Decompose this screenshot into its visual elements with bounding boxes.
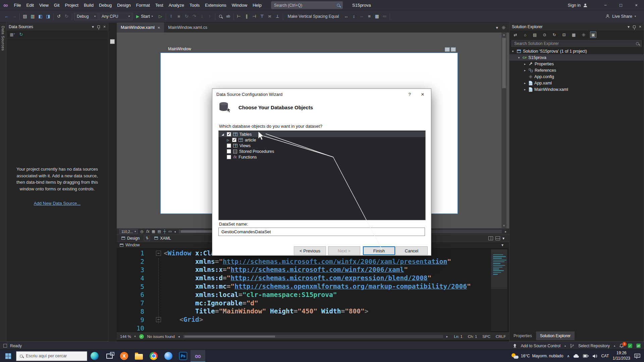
solution-item-app-xaml[interactable]: ▸App.xaml (509, 80, 644, 86)
designer-grid-toggle-icon[interactable] (451, 47, 456, 52)
scrollbar-thumb[interactable] (184, 336, 275, 338)
server-status-icon[interactable]: ⇄ (636, 344, 641, 348)
code-line[interactable]: 5 xmlns:mc="http://schemas.openxmlformat… (117, 282, 509, 291)
tab-settings-gear-icon[interactable] (501, 25, 506, 30)
vertical-spacing-icon[interactable]: ↕ (350, 12, 358, 20)
db-object-row-functions[interactable]: fxFunctions (219, 154, 425, 160)
maximize-button[interactable]: □ (613, 0, 629, 10)
splitter-handle[interactable] (110, 39, 115, 44)
open-file-icon[interactable]: ▥ (29, 12, 37, 20)
code-line[interactable]: 2 xmlns="http://schemas.microsoft.com/wi… (117, 257, 509, 266)
align-rights-icon[interactable]: ⊣ (251, 12, 258, 20)
filter-pending-icon[interactable]: ⊙ (541, 32, 548, 38)
bullets-icon[interactable]: ≔ (381, 12, 388, 20)
xaml-code-editor[interactable]: 1−<Window x:Cla2 xmlns="http://schemas.m… (117, 248, 509, 333)
properties-page-icon[interactable] (580, 32, 587, 38)
cancel-button[interactable]: Cancel (395, 246, 428, 255)
code-line[interactable]: 10 (117, 324, 509, 332)
step-into-icon[interactable]: ↓ (198, 12, 206, 20)
tree-expanded-icon[interactable]: ◢ (221, 133, 225, 136)
chevron-down-icon[interactable]: ▾ (628, 24, 630, 29)
menu-tools[interactable]: Tools (187, 0, 202, 10)
taskbar-search[interactable]: Escriu aquí per cercar (16, 351, 87, 361)
code-line[interactable]: 9− <Grid> (117, 315, 509, 324)
add-to-source-control-button[interactable]: Add to Source Control (521, 344, 560, 348)
checkbox-stored-procedures[interactable] (227, 149, 231, 154)
run-outline-icon[interactable]: ▷ (157, 12, 164, 20)
close-panel-icon[interactable]: × (639, 24, 641, 29)
code-line[interactable]: 7 mc:Ignorable="d" (117, 299, 509, 307)
designer-zoom-select[interactable]: 110,2... ▾ (119, 229, 138, 234)
redo-icon[interactable]: ↻ (63, 12, 70, 20)
chevron-down-icon[interactable]: ▾ (135, 335, 136, 338)
home-icon[interactable]: ⌂ (522, 32, 528, 38)
restart-icon[interactable]: ↻ (183, 12, 191, 20)
menu-extensions[interactable]: Extensions (202, 0, 229, 10)
issues-label[interactable]: No issues found (147, 335, 175, 339)
solution-search-box[interactable]: Search Solution Explorer (512, 40, 642, 47)
clock[interactable]: 19:26 1/11/2023 (613, 351, 631, 361)
editor-zoom-value[interactable]: 144 % (120, 335, 131, 339)
tool-tab-solution-explorer[interactable]: Solution Explorer (536, 331, 575, 340)
step-out-icon[interactable]: ↑ (206, 12, 214, 20)
menu-debug[interactable]: Debug (96, 0, 114, 10)
effects-icon[interactable]: fx (146, 229, 149, 234)
tool-tab-properties[interactable]: Properties (509, 331, 536, 340)
add-new-data-source-icon[interactable]: ▦+ (10, 32, 15, 37)
scroll-right-icon[interactable]: ▸ (446, 335, 448, 338)
minimize-button[interactable]: − (598, 0, 613, 10)
new-project-icon[interactable]: ▤ (21, 12, 29, 20)
dataset-name-input[interactable]: GestioComandesDataSet (218, 228, 425, 236)
finish-button[interactable]: Finish (363, 246, 395, 255)
solution-item-mainwindow-xaml[interactable]: ▸MainWindow.xaml (509, 86, 644, 93)
scroll-down-icon[interactable]: ▼ (501, 224, 506, 228)
align-lefts-icon[interactable]: ⊢ (235, 12, 243, 20)
debug-target-select[interactable]: Debug▾ (74, 13, 98, 20)
code-line[interactable]: 4 xmlns:d="http://schemas.microsoft.com/… (117, 274, 509, 282)
taskbar-app-photoshop[interactable]: Ps (176, 350, 191, 362)
menu-view[interactable]: View (37, 0, 51, 10)
taskbar-app-chrome[interactable] (146, 350, 161, 362)
solution-item-app-config[interactable]: App.config (509, 73, 644, 80)
taskbar-app-edge[interactable] (87, 350, 102, 362)
menu-format[interactable]: Format (133, 0, 153, 10)
expand-pane-icon[interactable]: ▾ (502, 236, 504, 241)
checkbox-article[interactable] (232, 138, 236, 142)
start-button[interactable] (0, 350, 16, 362)
live-share-button[interactable]: Live Share ▾ (605, 14, 636, 19)
connection-status-icon[interactable]: ✓ (628, 344, 632, 348)
db-object-row-tables[interactable]: ◢Tables (219, 131, 425, 137)
solution-item-properties[interactable]: ▸Properties (509, 61, 644, 67)
taskbar-app-browser[interactable] (161, 350, 176, 362)
nav-forward-icon[interactable]: → (10, 12, 18, 20)
pause-icon[interactable]: ‖ (167, 12, 175, 20)
align-bottoms-icon[interactable]: ⊥ (274, 12, 281, 20)
code-search-icon[interactable] (217, 12, 224, 20)
dialog-close-icon[interactable]: × (421, 92, 424, 97)
solution-explorer-header[interactable]: Solution Explorer ▾ × (509, 23, 644, 31)
code-line[interactable]: 8 Title="MainWindow" Height="450" Width=… (117, 307, 509, 316)
taskbar-app-file-explorer[interactable] (131, 350, 146, 362)
menu-build[interactable]: Build (81, 0, 96, 10)
show-all-files-icon[interactable]: ▦ (571, 32, 577, 38)
dialog-titlebar[interactable]: Data Source Configuration Wizard ? × (212, 89, 431, 100)
pin-icon[interactable] (633, 25, 636, 28)
notifications-button[interactable]: 3 (619, 344, 624, 348)
weather-widget[interactable]: 16°C Mayorm. nublado (511, 353, 564, 359)
solution-item-solution-s15prova-1-of-1-project-[interactable]: ▾Solution 'S15prova' (1 of 1 project) (509, 48, 644, 54)
same-width-icon[interactable]: ⇔ (358, 12, 365, 20)
tree-collapsed-icon[interactable]: ▸ (523, 81, 527, 85)
sync-active-doc-icon[interactable]: ▣ (590, 32, 596, 38)
previous-button[interactable]: < Previous (294, 246, 326, 255)
background-tasks-icon[interactable] (3, 344, 7, 348)
swap-panes-icon[interactable]: ⇅ (144, 236, 150, 241)
data-sources-header[interactable]: Data Sources ▾ × (6, 23, 108, 31)
taskbar-app-xampp[interactable]: X (117, 350, 131, 362)
snap-grid-icon[interactable]: ▤ (158, 229, 161, 234)
code-line[interactable]: 3 xmlns:x="http://schemas.microsoft.com/… (117, 266, 509, 274)
onedrive-cloud-icon[interactable] (573, 354, 579, 358)
horizontal-split-icon[interactable] (495, 236, 500, 240)
pin-icon[interactable] (97, 25, 100, 28)
fold-collapse-icon[interactable]: − (156, 251, 161, 256)
taskbar-app-task-view[interactable] (102, 350, 117, 362)
